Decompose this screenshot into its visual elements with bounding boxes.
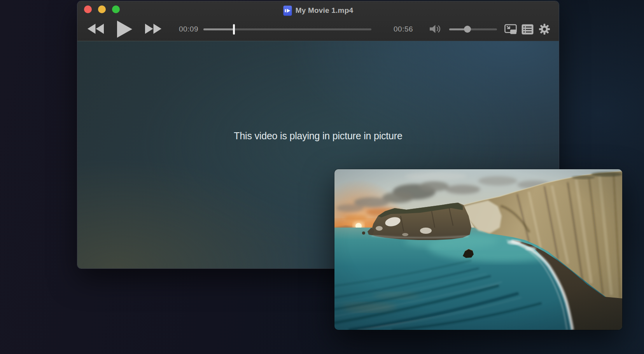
desktop-background: My Movie 1.mp4 — [0, 0, 644, 354]
minimize-button[interactable] — [98, 5, 106, 13]
volume-icon — [429, 24, 441, 34]
rewind-icon — [87, 23, 104, 34]
duration-time: 00:56 — [394, 25, 425, 33]
timeline-played — [203, 28, 234, 30]
gear-icon — [539, 24, 550, 35]
play-icon — [117, 20, 133, 38]
file-play-icon — [283, 5, 292, 16]
window-title: My Movie 1.mp4 — [296, 6, 354, 15]
close-button[interactable] — [84, 5, 92, 13]
fast-forward-icon — [145, 23, 162, 34]
playback-controls: 00:09 00:56 — [77, 18, 559, 41]
settings-button[interactable] — [539, 24, 550, 35]
pip-window[interactable] — [334, 169, 622, 330]
pip-status-message: This video is playing in picture in pict… — [77, 130, 559, 142]
picture-in-picture-icon — [504, 24, 518, 35]
timeline-handle[interactable] — [233, 24, 235, 35]
fast-forward-button[interactable] — [145, 23, 162, 34]
playlist-button[interactable] — [522, 24, 534, 35]
volume-slider[interactable] — [449, 26, 497, 33]
pip-video-frame — [334, 169, 622, 330]
title-bar[interactable]: My Movie 1.mp4 — [77, 1, 559, 18]
window-toolbar: My Movie 1.mp4 — [77, 1, 559, 41]
play-button[interactable] — [117, 20, 133, 38]
elapsed-time: 00:09 — [167, 25, 198, 33]
mute-button[interactable] — [429, 24, 441, 34]
volume-knob[interactable] — [464, 26, 471, 33]
zoom-button[interactable] — [112, 5, 120, 13]
playlist-icon — [522, 24, 534, 35]
picture-in-picture-button[interactable] — [504, 24, 518, 35]
rewind-button[interactable] — [87, 23, 104, 34]
timeline-slider[interactable] — [203, 26, 371, 33]
